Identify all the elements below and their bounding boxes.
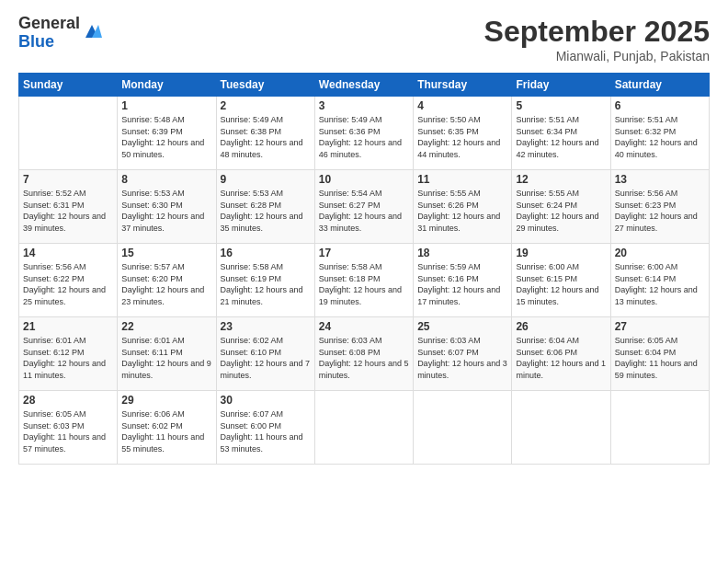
logo-icon [82, 21, 102, 45]
day-number: 3 [319, 99, 409, 112]
day-number: 18 [417, 247, 507, 259]
day-number: 5 [516, 99, 606, 112]
day-number: 20 [615, 247, 705, 259]
day-number: 10 [319, 173, 409, 186]
cell-info: Sunrise: 5:52 AMSunset: 6:31 PMDaylight:… [23, 188, 113, 234]
calendar-cell: 9Sunrise: 5:53 AMSunset: 6:28 PMDaylight… [216, 170, 314, 244]
calendar-cell: 15Sunrise: 5:57 AMSunset: 6:20 PMDayligh… [118, 244, 216, 317]
cell-info: Sunrise: 5:51 AMSunset: 6:32 PMDaylight:… [615, 114, 705, 160]
cell-info: Sunrise: 6:00 AMSunset: 6:15 PMDaylight:… [516, 261, 606, 307]
calendar-cell: 3Sunrise: 5:49 AMSunset: 6:36 PMDaylight… [314, 97, 413, 170]
calendar-cell: 23Sunrise: 6:02 AMSunset: 6:10 PMDayligh… [216, 317, 314, 391]
calendar-cell: 20Sunrise: 6:00 AMSunset: 6:14 PMDayligh… [610, 244, 709, 317]
weekday-header: Saturday [610, 74, 709, 97]
cell-info: Sunrise: 6:00 AMSunset: 6:14 PMDaylight:… [615, 261, 705, 307]
weekday-header: Wednesday [314, 74, 413, 97]
calendar-week-row: 1Sunrise: 5:48 AMSunset: 6:39 PMDaylight… [19, 97, 710, 170]
day-number: 26 [516, 320, 606, 333]
calendar-week-row: 28Sunrise: 6:05 AMSunset: 6:03 PMDayligh… [19, 391, 710, 465]
calendar-cell: 24Sunrise: 6:03 AMSunset: 6:08 PMDayligh… [314, 317, 413, 391]
calendar-cell: 8Sunrise: 5:53 AMSunset: 6:30 PMDaylight… [118, 170, 216, 244]
day-number: 11 [417, 173, 507, 186]
calendar-cell: 26Sunrise: 6:04 AMSunset: 6:06 PMDayligh… [512, 317, 610, 391]
calendar-cell: 14Sunrise: 5:56 AMSunset: 6:22 PMDayligh… [19, 244, 118, 317]
day-number: 24 [319, 320, 409, 333]
day-number: 21 [23, 320, 113, 333]
calendar-cell: 22Sunrise: 6:01 AMSunset: 6:11 PMDayligh… [118, 317, 216, 391]
calendar-cell: 11Sunrise: 5:55 AMSunset: 6:26 PMDayligh… [414, 170, 512, 244]
calendar-cell [610, 391, 709, 465]
weekday-header: Thursday [414, 74, 512, 97]
calendar-week-row: 21Sunrise: 6:01 AMSunset: 6:12 PMDayligh… [19, 317, 710, 391]
logo-blue: Blue [18, 33, 80, 52]
day-number: 13 [615, 173, 705, 186]
day-number: 4 [417, 99, 507, 112]
day-number: 19 [516, 247, 606, 259]
day-number: 27 [615, 320, 705, 333]
cell-info: Sunrise: 5:48 AMSunset: 6:39 PMDaylight:… [121, 114, 211, 160]
cell-info: Sunrise: 5:49 AMSunset: 6:36 PMDaylight:… [319, 114, 409, 160]
calendar-cell: 16Sunrise: 5:58 AMSunset: 6:19 PMDayligh… [216, 244, 314, 317]
weekday-header-row: SundayMondayTuesdayWednesdayThursdayFrid… [19, 74, 710, 97]
calendar-week-row: 14Sunrise: 5:56 AMSunset: 6:22 PMDayligh… [19, 244, 710, 317]
day-number: 8 [121, 173, 211, 186]
cell-info: Sunrise: 6:03 AMSunset: 6:08 PMDaylight:… [319, 335, 409, 381]
calendar-cell: 12Sunrise: 5:55 AMSunset: 6:24 PMDayligh… [512, 170, 610, 244]
day-number: 16 [221, 247, 311, 259]
weekday-header: Monday [118, 74, 216, 97]
day-number: 6 [615, 99, 705, 112]
cell-info: Sunrise: 5:55 AMSunset: 6:26 PMDaylight:… [417, 188, 507, 234]
calendar-cell: 2Sunrise: 5:49 AMSunset: 6:38 PMDaylight… [216, 97, 314, 170]
cell-info: Sunrise: 6:01 AMSunset: 6:11 PMDaylight:… [121, 335, 211, 381]
title-block: September 2025 Mianwali, Punjab, Pakista… [484, 15, 710, 63]
calendar-cell: 7Sunrise: 5:52 AMSunset: 6:31 PMDaylight… [19, 170, 118, 244]
calendar-cell: 25Sunrise: 6:03 AMSunset: 6:07 PMDayligh… [414, 317, 512, 391]
cell-info: Sunrise: 5:49 AMSunset: 6:38 PMDaylight:… [221, 114, 311, 160]
calendar-table: SundayMondayTuesdayWednesdayThursdayFrid… [18, 73, 710, 465]
calendar-cell: 13Sunrise: 5:56 AMSunset: 6:23 PMDayligh… [610, 170, 709, 244]
calendar-cell [512, 391, 610, 465]
day-number: 15 [121, 247, 211, 259]
calendar-cell: 17Sunrise: 5:58 AMSunset: 6:18 PMDayligh… [314, 244, 413, 317]
calendar-cell [314, 391, 413, 465]
location: Mianwali, Punjab, Pakistan [484, 49, 710, 63]
cell-info: Sunrise: 5:50 AMSunset: 6:35 PMDaylight:… [417, 114, 507, 160]
weekday-header: Friday [512, 74, 610, 97]
calendar-cell: 1Sunrise: 5:48 AMSunset: 6:39 PMDaylight… [118, 97, 216, 170]
calendar-cell: 6Sunrise: 5:51 AMSunset: 6:32 PMDaylight… [610, 97, 709, 170]
cell-info: Sunrise: 5:54 AMSunset: 6:27 PMDaylight:… [319, 188, 409, 234]
cell-info: Sunrise: 6:02 AMSunset: 6:10 PMDaylight:… [221, 335, 311, 381]
day-number: 17 [319, 247, 409, 259]
calendar-week-row: 7Sunrise: 5:52 AMSunset: 6:31 PMDaylight… [19, 170, 710, 244]
calendar-cell: 10Sunrise: 5:54 AMSunset: 6:27 PMDayligh… [314, 170, 413, 244]
cell-info: Sunrise: 5:51 AMSunset: 6:34 PMDaylight:… [516, 114, 606, 160]
day-number: 12 [516, 173, 606, 186]
cell-info: Sunrise: 5:56 AMSunset: 6:23 PMDaylight:… [615, 188, 705, 234]
page-header: General Blue September 2025 Mianwali, Pu… [18, 15, 710, 63]
day-number: 28 [23, 394, 113, 407]
calendar-cell [19, 97, 118, 170]
cell-info: Sunrise: 6:07 AMSunset: 6:00 PMDaylight:… [221, 408, 311, 454]
cell-info: Sunrise: 6:03 AMSunset: 6:07 PMDaylight:… [417, 335, 507, 381]
cell-info: Sunrise: 6:01 AMSunset: 6:12 PMDaylight:… [23, 335, 113, 381]
cell-info: Sunrise: 5:59 AMSunset: 6:16 PMDaylight:… [417, 261, 507, 307]
cell-info: Sunrise: 6:04 AMSunset: 6:06 PMDaylight:… [516, 335, 606, 381]
calendar-cell: 29Sunrise: 6:06 AMSunset: 6:02 PMDayligh… [118, 391, 216, 465]
calendar-cell [414, 391, 512, 465]
logo: General Blue [18, 15, 102, 52]
day-number: 14 [23, 247, 113, 259]
weekday-header: Sunday [19, 74, 118, 97]
calendar-cell: 21Sunrise: 6:01 AMSunset: 6:12 PMDayligh… [19, 317, 118, 391]
cell-info: Sunrise: 6:05 AMSunset: 6:03 PMDaylight:… [23, 408, 113, 454]
cell-info: Sunrise: 5:53 AMSunset: 6:30 PMDaylight:… [121, 188, 211, 234]
day-number: 23 [221, 320, 311, 333]
day-number: 25 [417, 320, 507, 333]
day-number: 1 [121, 99, 211, 112]
weekday-header: Tuesday [216, 74, 314, 97]
cell-info: Sunrise: 6:06 AMSunset: 6:02 PMDaylight:… [121, 408, 211, 454]
calendar-cell: 4Sunrise: 5:50 AMSunset: 6:35 PMDaylight… [414, 97, 512, 170]
calendar-cell: 19Sunrise: 6:00 AMSunset: 6:15 PMDayligh… [512, 244, 610, 317]
month-title: September 2025 [484, 15, 710, 49]
logo-general: General [18, 15, 80, 33]
cell-info: Sunrise: 5:56 AMSunset: 6:22 PMDaylight:… [23, 261, 113, 307]
